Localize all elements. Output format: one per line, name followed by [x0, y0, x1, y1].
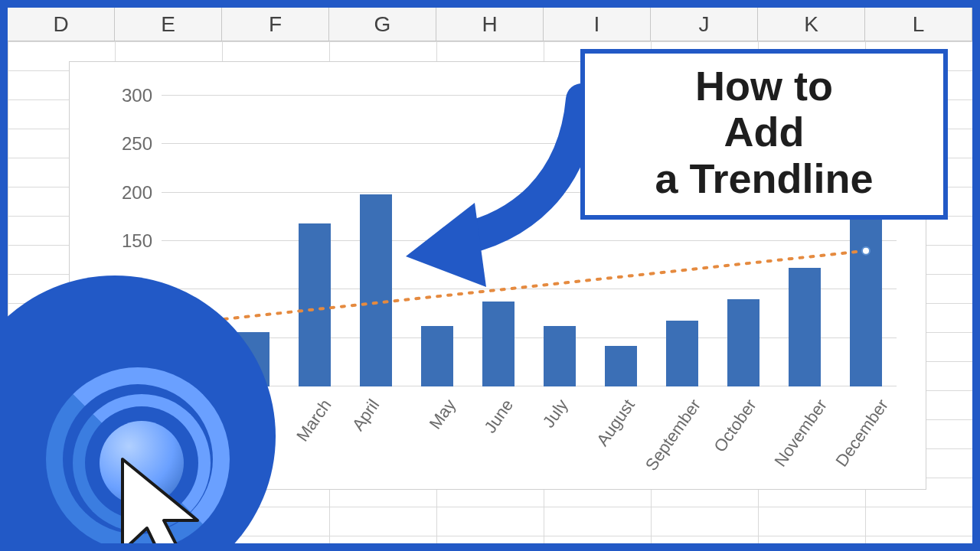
col-header[interactable]: I — [544, 8, 651, 41]
callout-line: How to — [602, 63, 926, 109]
col-header[interactable]: K — [758, 8, 865, 41]
x-tick: July — [539, 396, 573, 432]
col-header[interactable]: G — [329, 8, 436, 41]
arrow-icon — [383, 77, 612, 291]
spreadsheet-column-headers: D E F G H I J K L — [8, 8, 972, 41]
x-tick: October — [710, 396, 760, 456]
col-header[interactable]: E — [115, 8, 222, 41]
col-header[interactable]: H — [436, 8, 544, 41]
callout-line: a Trendline — [602, 155, 926, 201]
col-header[interactable]: J — [651, 8, 758, 41]
x-tick: December — [831, 396, 893, 471]
x-tick: June — [480, 396, 518, 437]
x-tick: August — [593, 396, 639, 450]
x-tick: March — [292, 396, 335, 445]
callout-box: How to Add a Trendline — [580, 49, 948, 220]
svg-marker-3 — [406, 203, 486, 287]
x-tick: May — [426, 396, 460, 433]
y-tick: 250 — [77, 133, 162, 155]
callout-line: Add — [602, 109, 926, 155]
svg-point-2 — [862, 247, 870, 255]
x-tick: September — [642, 396, 705, 474]
x-tick: April — [348, 396, 384, 435]
y-tick: 200 — [77, 182, 162, 204]
col-header[interactable]: L — [865, 8, 972, 41]
y-tick: 150 — [77, 230, 162, 252]
y-tick: 300 — [77, 85, 162, 106]
cursor-icon — [107, 452, 214, 551]
svg-marker-4 — [122, 459, 198, 551]
col-header[interactable]: F — [222, 8, 329, 41]
col-header[interactable]: D — [8, 8, 115, 41]
x-tick: November — [770, 396, 831, 471]
